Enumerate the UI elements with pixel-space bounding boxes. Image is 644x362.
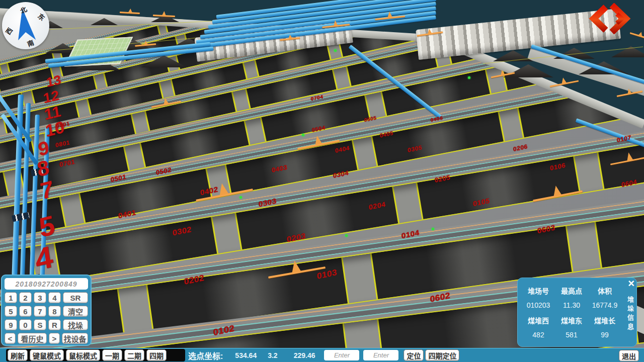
status-dot-green <box>468 76 470 79</box>
exit-button[interactable]: 退出 <box>619 350 639 361</box>
keyboard-mouse-mode-button[interactable]: 键鼠模式 <box>30 349 64 361</box>
keypad-key->[interactable]: > <box>49 333 60 344</box>
stacker-reclaimer-icon[interactable] <box>120 7 140 17</box>
keypad-key-找设备[interactable]: 找设备 <box>62 333 88 344</box>
phase4-button[interactable]: 四期 <box>146 349 167 361</box>
pile-length-value: 99 <box>588 331 621 339</box>
keypad-key-6[interactable]: 6 <box>19 306 32 317</box>
volume-header: 体积 <box>588 286 621 296</box>
machine-tower <box>560 77 567 84</box>
yard-no-value: 010203 <box>522 301 555 309</box>
keypad-key-SR[interactable]: SR <box>63 292 88 303</box>
company-logo-icon <box>586 3 638 36</box>
history-query-input[interactable] <box>5 278 88 290</box>
keypad-key-5[interactable]: 5 <box>5 306 17 317</box>
history-keypad-panel: 1234SR5678清空90SR找垛<看历史>找设备 <box>1 275 92 346</box>
keypad-key-7[interactable]: 7 <box>34 306 46 317</box>
keypad-row: 1234SR <box>5 292 88 303</box>
keypad-key-找垛[interactable]: 找垛 <box>63 319 88 330</box>
keypad-key-看历史[interactable]: 看历史 <box>18 333 47 344</box>
machine-tower <box>313 135 322 145</box>
keypad-key-0[interactable]: 0 <box>19 319 32 330</box>
machine-tower <box>163 98 169 105</box>
compass: 北 东 西 南 <box>2 2 49 49</box>
phase2-button[interactable]: 二期 <box>124 349 144 361</box>
pile-east-header: 煤堆东 <box>555 315 588 325</box>
keypad: 1234SR5678清空90SR找垛<看历史>找设备 <box>5 292 88 344</box>
machine-tower <box>427 28 432 34</box>
keypad-key-S[interactable]: S <box>34 319 46 330</box>
pile-length-header: 煤堆长 <box>588 315 621 325</box>
machine-tower <box>290 260 301 273</box>
yard-no-header: 堆场号 <box>522 286 555 296</box>
status-dot-green <box>302 134 304 136</box>
phase4-locate-button[interactable]: 四期定位 <box>425 349 459 361</box>
enter-input-1[interactable] <box>324 350 359 360</box>
machine-tower <box>288 34 292 39</box>
keypad-key-4[interactable]: 4 <box>48 292 61 303</box>
picked-point-x: 534.64 <box>235 351 257 359</box>
stacker-reclaimer-icon[interactable] <box>134 38 156 49</box>
machine-tower <box>162 11 166 16</box>
keypad-key-R[interactable]: R <box>48 319 61 330</box>
keypad-key-2[interactable]: 2 <box>19 292 32 303</box>
pile-east-value: 581 <box>555 331 588 339</box>
machine-tower <box>387 11 392 18</box>
keypad-row: <看历史>找设备 <box>5 333 88 344</box>
keypad-key-清空[interactable]: 清空 <box>63 306 88 317</box>
row-number-marker: 13 <box>45 73 61 89</box>
phase1-button[interactable]: 一期 <box>102 349 122 361</box>
mouse-mode-button[interactable]: 鼠标模式 <box>66 349 100 361</box>
mode-button-group: 刷新 键鼠模式 鼠标模式 一期 二期 四期 <box>6 349 185 361</box>
locate-button[interactable]: 定位 <box>404 349 424 361</box>
pile-west-value: 482 <box>522 331 555 339</box>
coordinate-section: 选点坐标: 534.64 3.2 229.46 定位 四期定位 <box>188 348 459 362</box>
stack-info-side-title: 堆垛信息 <box>625 296 635 332</box>
picked-point-y: 3.2 <box>268 351 277 359</box>
refresh-button[interactable]: 刷新 <box>8 349 28 361</box>
keypad-key-8[interactable]: 8 <box>48 306 61 317</box>
coal-yard-3d-viewport[interactable]: 1312111098754 09010801070107040504050505… <box>0 0 644 362</box>
machine-tower <box>143 40 148 45</box>
keypad-key-3[interactable]: 3 <box>34 292 46 303</box>
stack-info-grid: 堆场号 最高点 体积 010203 11.30 16774.9 煤堆西 煤堆东 … <box>522 283 621 342</box>
stacker-reclaimer-icon[interactable] <box>153 10 176 20</box>
machine-tower <box>627 88 632 94</box>
keypad-row: 90SR找垛 <box>5 319 88 330</box>
machine-tower <box>500 69 505 75</box>
status-dot-green <box>345 234 348 237</box>
close-icon[interactable]: × <box>628 278 634 289</box>
volume-value: 16774.9 <box>588 301 621 309</box>
machine-tower <box>333 20 338 26</box>
bottom-toolbar: 刷新 键鼠模式 鼠标模式 一期 二期 四期 选点坐标: 534.64 3.2 2… <box>0 348 644 362</box>
keypad-row: 5678清空 <box>5 306 88 317</box>
picked-point-label: 选点坐标: <box>188 349 223 361</box>
machine-tower <box>128 9 132 13</box>
highest-point-value: 11.30 <box>555 301 588 309</box>
status-dot-green <box>432 228 434 230</box>
enter-input-2[interactable] <box>363 350 398 360</box>
pile-id-label: 0505 <box>364 116 377 123</box>
keypad-key-9[interactable]: 9 <box>5 319 17 330</box>
picked-point-z: 229.46 <box>294 351 315 359</box>
stack-info-panel: × 堆场号 最高点 体积 010203 11.30 16774.9 煤堆西 煤堆… <box>517 278 637 347</box>
status-dot-green <box>334 49 337 52</box>
highest-point-header: 最高点 <box>555 286 588 296</box>
keypad-key-<[interactable]: < <box>5 333 16 344</box>
status-dot-green <box>239 196 242 199</box>
pile-west-header: 煤堆西 <box>522 315 555 325</box>
keypad-key-1[interactable]: 1 <box>5 292 17 303</box>
